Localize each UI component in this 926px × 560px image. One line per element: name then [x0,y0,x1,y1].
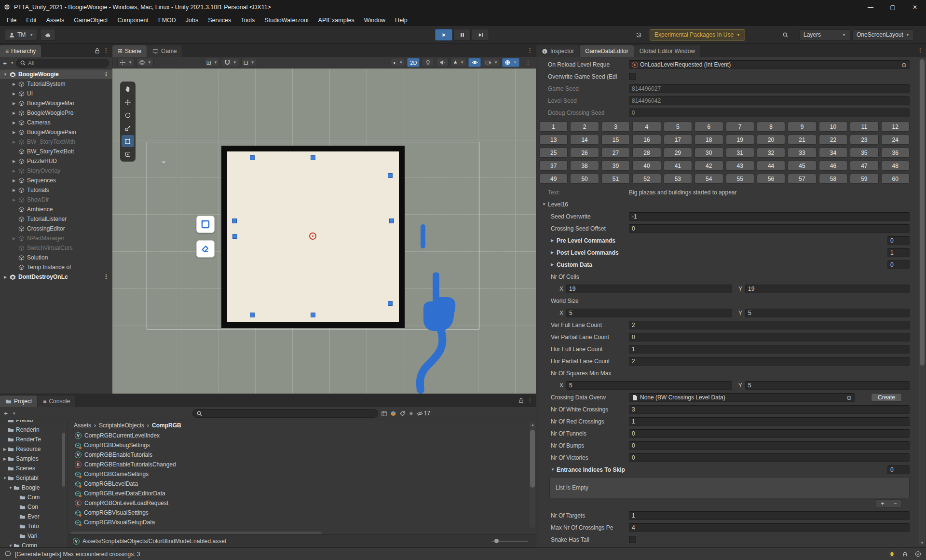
value-field[interactable]: 3 [629,405,910,414]
hierarchy-item-storyoverlay[interactable]: ▶StoryOverlay [0,166,112,176]
hierarchy-item-dontdestroyonlc[interactable]: ▶DontDestroyOnLc⋮ [0,272,112,282]
count-field[interactable]: 1 [887,248,910,257]
expander-icon[interactable]: ▶ [11,198,17,202]
hierarchy-menu-icon[interactable]: ⋮ [103,47,109,54]
folder-renderin[interactable]: Renderin [0,425,67,435]
folder-expander-icon[interactable]: ▶ [2,457,8,461]
level-button-3[interactable]: 3 [601,122,630,132]
foldout-label[interactable]: Entrance Indices To Skip [557,466,635,473]
level-button-36[interactable]: 36 [881,148,910,158]
search-icon[interactable] [782,32,789,38]
value-field[interactable]: 0 [629,453,910,462]
hierarchy-item-tutoriallistener[interactable]: TutorialListener [0,214,112,224]
menu-services[interactable]: Services [203,14,236,26]
menu-component[interactable]: Component [112,14,153,26]
hierarchy-item-cameras[interactable]: ▶Cameras [0,118,112,127]
level-button-46[interactable]: 46 [819,161,847,171]
count-field[interactable]: 0 [887,260,910,269]
asset-comprgbvisualsetupdata[interactable]: CompRGBVisualSetupData [68,518,529,527]
hierarchy-item-crossingeditor[interactable]: CrossingEditor [0,224,112,233]
move-tool[interactable] [122,96,134,108]
audio-toggle-button[interactable] [436,58,449,67]
menu-studiowaterzooi[interactable]: StudioWaterzooi [259,14,313,26]
level-button-54[interactable]: 54 [694,174,723,184]
layout-dropdown[interactable]: OneScreenLayout▼ [852,29,914,41]
labels-filter-icon[interactable] [399,410,406,417]
level-button-2[interactable]: 2 [570,122,599,132]
grid-visibility-button[interactable]: ⊞▼ [204,58,220,67]
menu-tools[interactable]: Tools [236,14,259,26]
level-button-33[interactable]: 33 [788,148,816,158]
hand-tool[interactable] [122,83,134,95]
foldout-arrow-icon[interactable]: ▼ [551,467,555,472]
level-button-19[interactable]: 19 [726,135,754,145]
level-button-27[interactable]: 27 [601,148,630,158]
snap-button[interactable]: ▼ [222,58,239,67]
folder-ever[interactable]: Ever [0,512,67,521]
crossing-handle[interactable] [311,155,315,160]
breadcrumb-segment[interactable]: Assets [74,422,91,429]
count-field[interactable]: 0 [887,465,910,474]
folder-scrollbar[interactable] [62,433,65,487]
menu-assets[interactable]: Assets [41,14,69,26]
value-field[interactable]: 0 [629,333,910,341]
grid-snap-button[interactable]: ⊟▼ [241,58,257,67]
folder-prefab[interactable]: Prefab [0,420,67,425]
foldout-arrow-icon[interactable]: ▶ [551,250,554,255]
level-button-21[interactable]: 21 [788,135,816,145]
level-button-43[interactable]: 43 [726,161,754,171]
level-button-5[interactable]: 5 [664,122,692,132]
scroll-up-icon[interactable]: ▲ [531,423,534,426]
tool-settings-button[interactable]: ▼ [117,58,135,67]
level-button-25[interactable]: 25 [539,148,568,158]
level-button-51[interactable]: 51 [601,174,630,184]
folder-boogie[interactable]: ▼Boogie [0,483,67,492]
level-button-9[interactable]: 9 [788,122,816,132]
expander-icon[interactable]: ▶ [11,188,17,192]
expander-icon[interactable]: ▶ [11,169,17,173]
hierarchy-item-boogiewoogiepain[interactable]: ▶BoogieWoogiePain [0,127,112,137]
add-gameobject-button[interactable]: + [3,59,7,67]
expander-icon[interactable]: ▶ [2,275,9,279]
folder-expander-icon[interactable]: ▶ [2,447,8,451]
level-button-44[interactable]: 44 [757,161,785,171]
level-button-55[interactable]: 55 [726,174,754,184]
hierarchy-item-boogiewoogiemar[interactable]: ▶BoogieWoogieMar [0,98,112,108]
eraser-button[interactable] [196,240,215,258]
expander-icon[interactable]: ▶ [11,82,17,86]
expander-icon[interactable]: ▼ [2,72,9,77]
scene-visibility-button[interactable] [468,58,481,67]
level-button-16[interactable]: 16 [632,135,661,145]
scene-viewport[interactable]: ⌄ [112,68,536,394]
level-button-31[interactable]: 31 [726,148,754,158]
value-field[interactable]: 1 [629,511,910,520]
level-button-14[interactable]: 14 [570,135,599,145]
level-button-18[interactable]: 18 [694,135,723,145]
project-search-input[interactable] [192,409,378,418]
inspector-scrollbar[interactable]: ▼ [919,58,925,546]
status-message[interactable]: [GenerateTargets] Max encountered crossi… [15,551,140,558]
level-button-26[interactable]: 26 [570,148,599,158]
level-button-1[interactable]: 1 [539,122,568,132]
tab-scene[interactable]: ⊞Scene [112,45,147,57]
hierarchy-item-puzzlehud[interactable]: ▶PuzzleHUD [0,156,112,166]
level-button-49[interactable]: 49 [539,174,568,184]
create-button[interactable]: Create [871,393,902,402]
value-field[interactable]: 0 [629,429,910,438]
add-element-button[interactable]: + [876,500,889,507]
create-asset-button[interactable]: + [4,410,8,417]
scene-tabrow-menu-icon[interactable]: ⋮ [527,47,533,54]
level-button-45[interactable]: 45 [788,161,816,171]
folder-com[interactable]: Com [0,492,67,502]
y-field[interactable]: 5 [745,309,910,317]
level-button-12[interactable]: 12 [881,122,910,132]
folder-comp[interactable]: ▼Comp [0,541,67,547]
value-field[interactable]: -1 [629,212,910,221]
draw-mode-button[interactable]: ◐▼ [391,58,405,67]
menu-file[interactable]: File [2,14,21,26]
hierarchy-item-showdir[interactable]: ▶ShowDir [0,195,112,205]
2d-toggle-button[interactable]: 2D [407,58,420,67]
object-picker-icon[interactable]: ⊙ [846,394,852,401]
level-button-20[interactable]: 20 [757,135,785,145]
y-field[interactable]: 5 [745,381,910,390]
